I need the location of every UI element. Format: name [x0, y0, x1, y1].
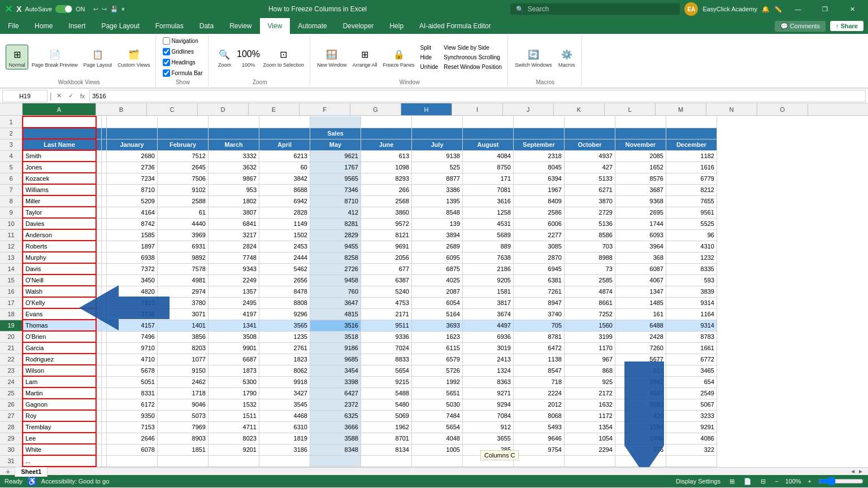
cell-empty[interactable] — [96, 252, 102, 263]
cell-data[interactable]: 8062 — [259, 365, 310, 376]
cell-data[interactable]: 8750 — [463, 162, 514, 173]
cell-data[interactable]: 8701 — [361, 433, 412, 444]
cell-data[interactable]: 4711 — [209, 421, 259, 433]
header-last-name[interactable]: Last Name — [23, 139, 96, 150]
cell-o2[interactable] — [666, 128, 717, 139]
cell-empty[interactable] — [102, 354, 107, 365]
col-header-n[interactable]: N — [706, 103, 757, 115]
search-bar[interactable]: 🔍 — [510, 3, 680, 15]
cell-data[interactable]: 525 — [412, 162, 463, 173]
cell-name[interactable]: Wilson — [23, 365, 96, 376]
cell-data[interactable]: 2372 — [310, 399, 361, 410]
cell-data[interactable]: 3386 — [412, 184, 463, 195]
zoom-100-button[interactable]: 100% 100% — [237, 45, 259, 69]
cell-name[interactable]: O'Brien — [23, 331, 96, 342]
cell-data[interactable]: 8023 — [209, 433, 259, 444]
cell-data[interactable]: 4048 — [412, 433, 463, 444]
cell-data[interactable]: 3427 — [259, 387, 310, 399]
cell-data[interactable]: 5488 — [361, 387, 412, 399]
cell-name[interactable]: Lee — [23, 433, 96, 444]
cell-name[interactable]: Roberts — [23, 241, 96, 252]
cell-data[interactable]: 6488 — [615, 320, 666, 331]
cell-data[interactable]: 5136 — [565, 218, 615, 229]
insert-function-button[interactable]: fx — [78, 93, 88, 99]
cell-data[interactable]: 593 — [666, 274, 717, 286]
cell-data[interactable]: 5651 — [412, 387, 463, 399]
cell-name[interactable]: ... — [23, 455, 96, 467]
formula-input[interactable] — [89, 90, 866, 102]
tab-view[interactable]: View — [260, 18, 290, 34]
cell-name[interactable]: Walsh — [23, 286, 96, 297]
cell-data[interactable]: 1098 — [361, 162, 412, 173]
cell-data[interactable]: 9102 — [158, 184, 209, 195]
cell-empty[interactable] — [96, 331, 102, 342]
cell-data[interactable]: 4874 — [565, 286, 615, 297]
cell-name[interactable]: Murphy — [23, 252, 96, 263]
cell-data[interactable]: 1616 — [666, 162, 717, 173]
cell-data[interactable]: 73 — [565, 263, 615, 274]
cell-data[interactable]: 1341 — [209, 320, 259, 331]
cell-data[interactable]: 6172 — [107, 399, 158, 410]
cell-name[interactable]: Kozacek — [23, 173, 96, 184]
cell-empty[interactable] — [96, 173, 102, 184]
cell-data[interactable]: 2729 — [565, 207, 615, 218]
cell-name[interactable]: Anderson — [23, 229, 96, 241]
cell-b1[interactable] — [96, 116, 102, 128]
cell-data[interactable]: 912 — [463, 421, 514, 433]
cell-data[interactable]: 4310 — [666, 241, 717, 252]
cell-data[interactable]: 677 — [361, 263, 412, 274]
cell-data[interactable]: 705 — [514, 320, 565, 331]
add-sheet-button[interactable]: + — [2, 467, 14, 476]
hide-button[interactable]: Hide — [418, 53, 441, 62]
cell-data[interactable]: 9754 — [514, 444, 565, 455]
cell-data[interactable]: 5300 — [209, 376, 259, 387]
cell-data[interactable]: 613 — [361, 150, 412, 162]
header-c[interactable] — [102, 139, 107, 150]
cell-data[interactable]: 3860 — [361, 207, 412, 218]
macros-button[interactable]: ⚙️ Macros — [555, 45, 578, 69]
cell-data[interactable]: 1632 — [565, 399, 615, 410]
cell-data[interactable]: 7153 — [107, 421, 158, 433]
cell-data[interactable]: 2444 — [259, 252, 310, 263]
cell-data[interactable]: 161 — [615, 308, 666, 320]
cell-data[interactable]: 5726 — [412, 365, 463, 376]
cell-data[interactable]: 3085 — [514, 241, 565, 252]
cell-data[interactable]: 9215 — [361, 376, 412, 387]
cell-data[interactable]: 2695 — [615, 207, 666, 218]
search-input[interactable] — [527, 5, 674, 13]
cell-data[interactable]: 511 — [615, 365, 666, 376]
cell-data[interactable]: 6875 — [412, 263, 463, 274]
cell-data[interactable]: 2462 — [158, 376, 209, 387]
col-header-h[interactable]: H — [401, 103, 452, 115]
tab-automate[interactable]: Automate — [290, 18, 335, 34]
tab-insert[interactable]: Insert — [60, 18, 93, 34]
cell-data[interactable]: 2726 — [310, 263, 361, 274]
cell-data[interactable]: 5073 — [158, 410, 209, 421]
cell-name[interactable]: Rodriguez — [23, 354, 96, 365]
cell-data[interactable]: 1054 — [565, 433, 615, 444]
cell-data[interactable]: 6931 — [158, 241, 209, 252]
cell-empty[interactable] — [96, 433, 102, 444]
cell-data[interactable] — [565, 455, 615, 467]
cell-data[interactable]: 8212 — [666, 184, 717, 195]
cell-data[interactable]: 7252 — [565, 308, 615, 320]
cell-i1[interactable] — [361, 116, 412, 128]
col-header-d[interactable]: D — [198, 103, 249, 115]
cell-data[interactable]: 4710 — [107, 354, 158, 365]
cell-empty[interactable] — [102, 297, 107, 308]
cell-data[interactable]: 8258 — [310, 252, 361, 263]
cell-data[interactable]: 3199 — [565, 331, 615, 342]
cell-f2[interactable] — [209, 128, 259, 139]
cell-data[interactable]: 8293 — [361, 173, 412, 184]
cell-empty[interactable] — [96, 410, 102, 421]
cell-l1[interactable] — [514, 116, 565, 128]
zoom-in-button[interactable]: + — [806, 478, 814, 485]
cell-data[interactable]: 3545 — [259, 399, 310, 410]
page-layout-status-button[interactable]: 📄 — [741, 478, 754, 485]
cell-data[interactable]: 7810 — [107, 297, 158, 308]
cell-data[interactable]: 2294 — [565, 444, 615, 455]
cell-data[interactable]: 8688 — [259, 184, 310, 195]
cell-empty[interactable] — [96, 263, 102, 274]
cell-data[interactable]: 8576 — [615, 173, 666, 184]
cell-data[interactable]: 7372 — [107, 263, 158, 274]
